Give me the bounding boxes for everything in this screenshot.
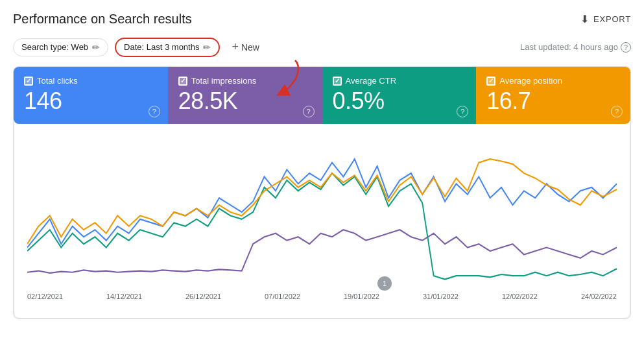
new-filter-label: New: [241, 42, 259, 53]
metrics-chart-container: Total clicks 146 ? Total impressions 28.…: [13, 66, 631, 319]
chart-bubble: 1: [377, 276, 392, 291]
edit-icon-date: ✏: [203, 42, 211, 53]
help-icon[interactable]: ?: [621, 42, 631, 53]
search-type-label: Search type: Web: [21, 42, 88, 52]
impressions-help-icon[interactable]: ?: [303, 106, 315, 117]
position-label: Average position: [499, 76, 562, 86]
export-label: EXPORT: [593, 14, 631, 24]
position-value: 16.7: [486, 88, 620, 114]
chart-area: 1 02/12/2021 14/12/2021 26/12/2021 07/01…: [14, 124, 630, 318]
x-label-5: 31/01/2022: [423, 293, 459, 300]
position-help-icon[interactable]: ?: [611, 106, 623, 117]
last-updated-text: Last updated: 4 hours ago: [520, 42, 618, 52]
metric-header-ctr: Average CTR: [333, 76, 466, 86]
export-button[interactable]: ⬇ EXPORT: [580, 13, 631, 25]
search-type-filter[interactable]: Search type: Web ✏: [13, 38, 108, 56]
metric-header-position: Average position: [486, 76, 620, 86]
x-label-3: 07/01/2022: [265, 293, 300, 300]
x-label-0: 02/12/2021: [27, 293, 63, 300]
clicks-label: Total clicks: [37, 76, 78, 86]
metric-header-clicks: Total clicks: [24, 76, 158, 86]
page-title: Performance on Search results: [13, 12, 192, 27]
clicks-value: 146: [24, 88, 158, 114]
date-label: Date: Last 3 months: [124, 42, 199, 52]
ctr-value: 0.5%: [333, 88, 466, 114]
line-chart: [27, 134, 617, 290]
clicks-help-icon[interactable]: ?: [149, 106, 160, 117]
x-label-1: 14/12/2021: [106, 293, 142, 300]
metric-total-clicks[interactable]: Total clicks 146 ?: [14, 67, 168, 124]
x-axis-labels: 02/12/2021 14/12/2021 26/12/2021 07/01/2…: [27, 290, 617, 300]
x-label-4: 19/01/2022: [344, 293, 379, 300]
position-checkbox[interactable]: [486, 77, 495, 86]
x-label-2: 26/12/2021: [185, 293, 221, 300]
metric-cards: Total clicks 146 ? Total impressions 28.…: [14, 67, 630, 124]
metric-avg-position[interactable]: Average position 16.7 ?: [476, 67, 630, 124]
filter-row: Search type: Web ✏ Date: Last 3 months ✏…: [13, 37, 631, 57]
metric-total-impressions[interactable]: Total impressions 28.5K ?: [168, 67, 322, 124]
x-label-7: 24/02/2022: [581, 293, 617, 300]
impressions-label: Total impressions: [191, 76, 256, 86]
plus-icon: +: [232, 40, 239, 54]
impressions-value: 28.5K: [178, 88, 312, 114]
metric-header-impressions: Total impressions: [178, 76, 312, 86]
x-label-6: 12/02/2022: [502, 293, 538, 300]
edit-icon: ✏: [92, 42, 100, 53]
date-filter[interactable]: Date: Last 3 months ✏: [115, 38, 220, 57]
last-updated: Last updated: 4 hours ago ?: [520, 42, 631, 53]
metric-avg-ctr[interactable]: Average CTR 0.5% ?: [322, 67, 477, 124]
ctr-label: Average CTR: [346, 76, 397, 86]
impressions-checkbox[interactable]: [178, 77, 187, 86]
export-icon: ⬇: [580, 13, 590, 25]
ctr-help-icon[interactable]: ?: [457, 106, 468, 117]
new-filter-button[interactable]: + New: [226, 37, 265, 57]
clicks-checkbox[interactable]: [24, 77, 33, 86]
ctr-checkbox[interactable]: [333, 77, 342, 86]
